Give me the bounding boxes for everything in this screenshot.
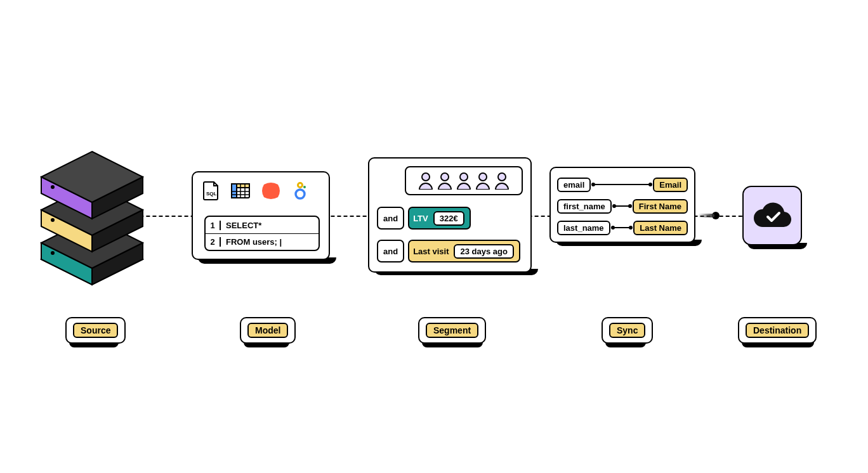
mapping-line	[614, 205, 630, 207]
svg-point-27	[479, 173, 487, 181]
svg-text:SQL: SQL	[206, 191, 217, 197]
person-icon	[456, 172, 471, 190]
mapping-source: email	[557, 178, 591, 192]
spreadsheet-icon	[231, 183, 250, 198]
mapping-row: last_name Last Name	[557, 219, 688, 236]
svg-point-23	[303, 186, 306, 188]
segment-panel: and LTV 322€ and Last visit 23 days ago	[368, 157, 532, 273]
person-icon	[494, 172, 510, 190]
svg-point-12	[51, 185, 55, 189]
destination-box	[742, 186, 802, 245]
person-icon	[475, 172, 490, 190]
looker-icon	[292, 182, 308, 200]
code-text: SELECT*	[221, 221, 261, 230]
dbt-icon	[261, 182, 280, 200]
pill-text: Sync	[609, 323, 645, 338]
sync-panel: email Email first_name First Name last_n…	[549, 167, 695, 243]
mapping-source: last_name	[557, 221, 610, 235]
mapping-row: first_name First Name	[557, 197, 688, 215]
source-database	[35, 143, 149, 288]
clause-value: 23 days ago	[454, 244, 513, 259]
svg-point-21	[298, 183, 303, 188]
label-model: Model	[240, 317, 296, 344]
mapping-destination: Last Name	[633, 221, 688, 235]
mapping-destination: First Name	[633, 199, 688, 214]
segment-clause: and LTV 322€	[377, 207, 471, 230]
pill-shadow	[605, 342, 646, 347]
logic-operator: and	[377, 240, 404, 262]
svg-point-26	[460, 173, 468, 181]
pill-text: Model	[247, 323, 288, 338]
pill-text: Source	[73, 323, 118, 338]
mapping-line	[593, 184, 650, 185]
svg-point-28	[498, 173, 506, 181]
person-icon	[418, 172, 433, 190]
svg-point-24	[422, 173, 430, 181]
logic-operator: and	[377, 207, 404, 230]
pill-text: Segment	[426, 323, 478, 338]
pill-shadow	[69, 342, 119, 347]
sql-file-icon: SQL	[203, 181, 220, 200]
clause-key: Last visit	[413, 247, 449, 256]
cloud-check-icon	[750, 200, 794, 231]
label-destination: Destination	[738, 317, 817, 344]
line-number: 1	[206, 221, 221, 230]
mapping-destination: Email	[653, 178, 688, 192]
mapping-row: email Email	[557, 176, 688, 193]
code-text: FROM users; |	[221, 237, 282, 247]
line-number: 2	[206, 237, 221, 247]
model-icon-row: SQL	[203, 181, 308, 200]
svg-point-4	[51, 251, 55, 255]
svg-point-25	[441, 173, 449, 181]
label-source: Source	[65, 317, 126, 344]
mapping-source: first_name	[557, 199, 612, 214]
mapping-line	[613, 227, 631, 228]
clause-key: LTV	[413, 214, 428, 223]
segment-clause: and Last visit 23 days ago	[377, 240, 520, 262]
svg-point-8	[51, 218, 55, 222]
pill-shadow	[422, 342, 483, 347]
audience-box	[405, 166, 523, 195]
sql-code-box: 1 SELECT* 2 FROM users; |	[204, 216, 320, 251]
label-segment: Segment	[418, 317, 486, 344]
label-sync: Sync	[602, 317, 653, 344]
flow-particle	[712, 212, 720, 219]
pill-shadow	[742, 342, 814, 347]
pill-shadow	[244, 342, 289, 347]
person-icon	[437, 172, 452, 190]
pill-text: Destination	[746, 323, 809, 338]
clause-value: 322€	[433, 211, 464, 226]
svg-rect-16	[232, 184, 237, 198]
svg-point-22	[296, 190, 305, 198]
model-panel: SQL 1 SELECT* 2 FROM users; |	[192, 171, 330, 260]
